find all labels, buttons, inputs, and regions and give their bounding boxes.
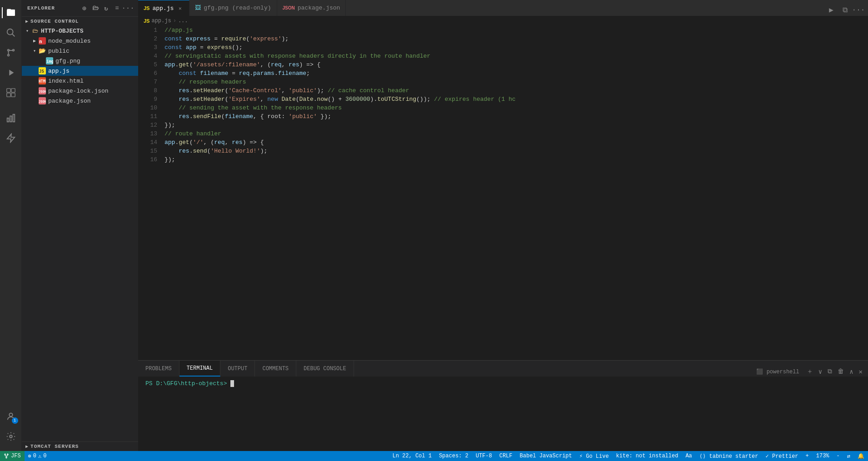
status-remote[interactable]: ⇄ <box>843 451 854 461</box>
status-bell-text: 🔔 <box>858 453 864 460</box>
terminal-cursor <box>230 380 234 387</box>
status-spaces[interactable]: Spaces: 2 <box>435 451 472 461</box>
code-line-1: //app.js <box>165 26 832 35</box>
tree-root-http-objects[interactable]: ▾ 🗁 HTTP-OBJECTS <box>22 26 138 36</box>
terminal-tab-bar: PROBLEMS TERMINAL OUTPUT COMMENTS DEBUG … <box>138 361 868 377</box>
code-content[interactable]: //app.jsconst express = require('express… <box>161 26 832 360</box>
status-position[interactable]: Ln 22, Col 1 <box>389 451 435 461</box>
tree-item-gfg-png[interactable]: ▶ img gfg.png <box>22 56 138 66</box>
tab-debug-console[interactable]: DEBUG CONSOLE <box>296 361 354 377</box>
close-panel-btn[interactable]: ✕ <box>857 367 864 377</box>
status-tabnine[interactable]: ⟨⟩ tabnine starter <box>696 451 762 461</box>
explorer-activity-icon[interactable] <box>2 4 20 22</box>
search-activity-icon[interactable] <box>2 24 20 42</box>
account-activity-icon[interactable]: 1 <box>2 407 20 426</box>
svg-rect-7 <box>11 89 15 92</box>
tree-label-node-modules: node_modules <box>48 38 91 45</box>
tab-problems[interactable]: PROBLEMS <box>138 361 180 377</box>
more-actions-button[interactable]: ··· <box>853 4 864 16</box>
add-terminal-btn[interactable]: ＋ <box>805 367 815 377</box>
status-prettier[interactable]: ✓ Prettier <box>762 451 802 461</box>
code-editor[interactable]: 12345678910111213141516 //app.jsconst ex… <box>138 26 868 360</box>
svg-text:img: img <box>46 59 53 64</box>
source-control-section: ▶ SOURCE CONTROL <box>22 16 138 26</box>
status-minus[interactable]: - <box>833 451 843 461</box>
svg-rect-11 <box>10 116 12 122</box>
tab-bar: JS app.js ✕ 🖼 gfg.png (read-only) JSON p… <box>138 0 868 16</box>
tree-item-public[interactable]: ▾ 📂 public <box>22 46 138 56</box>
status-line-ending[interactable]: CRLF <box>496 451 516 461</box>
tree-label-package-lock: package-lock.json <box>48 88 109 94</box>
status-language[interactable]: Babel JavaScript <box>516 451 576 461</box>
tab-app-js[interactable]: JS app.js ✕ <box>138 0 190 16</box>
code-line-11: res.sendFile(filename, { root: 'public' … <box>165 112 832 121</box>
code-line-7: // response headers <box>165 78 832 86</box>
collapse-all-icon[interactable]: ≡ <box>113 4 122 13</box>
run-button[interactable]: ▶ <box>825 4 837 16</box>
img-icon: img <box>45 57 54 65</box>
new-folder-icon[interactable]: 🗁 <box>91 4 100 13</box>
source-control-header[interactable]: ▶ SOURCE CONTROL <box>22 17 138 26</box>
tab-label-package-json: package.json <box>298 5 340 11</box>
sidebar: EXPLORER ⊕ 🗁 ↻ ≡ ··· ▶ SOURCE CONTROL ▾ … <box>22 0 138 451</box>
status-bell[interactable]: 🔔 <box>854 451 868 461</box>
svg-text:JS: JS <box>39 69 44 74</box>
more-options-icon[interactable]: ··· <box>124 4 133 13</box>
tab-output[interactable]: OUTPUT <box>220 361 255 377</box>
tab-package-json[interactable]: JSON package.json <box>277 0 346 16</box>
tree-item-node-modules[interactable]: ▶ n node_modules <box>22 36 138 46</box>
tree-item-app-js[interactable]: ▶ JS app.js <box>22 66 138 76</box>
svg-rect-9 <box>11 93 15 97</box>
kill-terminal-btn[interactable]: 🗑 <box>836 367 846 376</box>
status-plus-text: + <box>806 453 809 459</box>
status-text-size[interactable]: Aa <box>682 451 695 461</box>
svg-text:JSON: JSON <box>39 90 46 94</box>
tab-close-app-js[interactable]: ✕ <box>176 5 184 12</box>
status-encoding[interactable]: UTF-8 <box>472 451 496 461</box>
tomcat-section: ▶ TOMCAT SERVERS <box>22 441 138 451</box>
debug-console-label: DEBUG CONSOLE <box>304 366 346 372</box>
tree-label-http-objects: HTTP-OBJECTS <box>41 28 84 35</box>
split-editor-button[interactable]: ⧉ <box>839 4 851 16</box>
svg-point-14 <box>9 413 12 416</box>
source-control-label: SOURCE CONTROL <box>30 19 79 24</box>
tree-item-index-html[interactable]: ▶ HTML index.html <box>22 76 138 86</box>
breadcrumb-filename[interactable]: app.js <box>151 18 171 24</box>
charts-activity-icon[interactable] <box>2 109 20 127</box>
tree-label-app-js: app.js <box>48 68 70 74</box>
svg-rect-12 <box>13 114 15 122</box>
file-tree: ▾ 🗁 HTTP-OBJECTS ▶ n node_modules ▾ 📂 pu… <box>22 26 138 441</box>
status-spaces-text: Spaces: 2 <box>439 453 469 459</box>
status-plus[interactable]: + <box>802 451 813 461</box>
status-zoom[interactable]: 173% <box>813 451 833 461</box>
status-kite[interactable]: kite: not installed <box>613 451 682 461</box>
tab-comments[interactable]: COMMENTS <box>255 361 296 377</box>
status-text-size-text: Aa <box>685 453 692 459</box>
refresh-icon[interactable]: ↻ <box>102 4 111 13</box>
tab-gfg-png[interactable]: 🖼 gfg.png (read-only) <box>190 0 277 16</box>
source-control-activity-icon[interactable] <box>2 44 20 62</box>
extensions-activity-icon[interactable] <box>2 84 20 102</box>
code-line-8: res.setHeader('Cache-Control', 'public')… <box>165 86 832 95</box>
terminal-dropdown-btn[interactable]: ∨ <box>817 367 824 377</box>
split-terminal-btn[interactable]: ⧉ <box>826 367 834 376</box>
terminal-content[interactable]: PS D:\GFG\http-objects> <box>138 377 868 451</box>
status-go-live-text: ⚡ Go Live <box>579 453 609 460</box>
line-num-1: 1 <box>138 26 157 35</box>
tree-item-package-lock[interactable]: ▶ JSON package-lock.json <box>22 86 138 96</box>
settings-activity-icon[interactable] <box>2 427 20 446</box>
tomcat-header[interactable]: ▶ TOMCAT SERVERS <box>22 442 138 451</box>
tree-item-package-json[interactable]: ▶ JSON package.json <box>22 96 138 106</box>
tree-label-package-json: package.json <box>48 98 91 104</box>
maximize-panel-btn[interactable]: ∧ <box>848 367 855 377</box>
powershell-label: ⬛ powershell <box>753 368 803 375</box>
status-errors[interactable]: ⊗ 0 ⚠ 0 <box>25 451 50 461</box>
svg-rect-8 <box>6 93 10 97</box>
lightning-activity-icon[interactable] <box>2 129 20 147</box>
status-git-branch[interactable]: JFS <box>0 451 25 461</box>
run-activity-icon[interactable] <box>2 64 20 82</box>
status-go-live[interactable]: ⚡ Go Live <box>576 451 613 461</box>
tab-terminal[interactable]: TERMINAL <box>180 361 221 377</box>
new-file-icon[interactable]: ⊕ <box>80 4 89 13</box>
breadcrumb-rest[interactable]: ... <box>178 18 188 24</box>
